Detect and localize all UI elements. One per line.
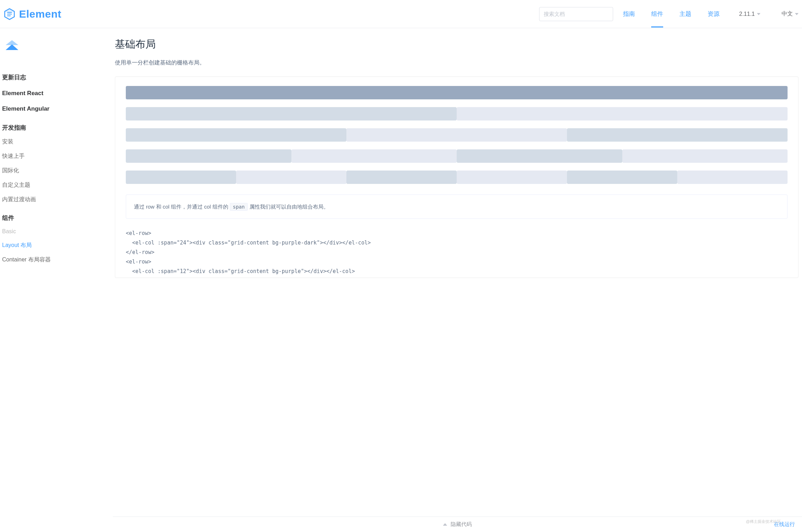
sidebar-item-install[interactable]: 安装 [2, 135, 113, 149]
page-title: 基础布局 [115, 37, 798, 51]
grid-row [126, 128, 788, 142]
logo[interactable]: Element [4, 8, 61, 20]
explain-text-pre: 通过 row 和 col 组件，并通过 col 组件的 [134, 204, 230, 210]
grid-row [126, 149, 788, 163]
demo-explain: 通过 row 和 col 组件，并通过 col 组件的 span 属性我们就可以… [126, 194, 788, 219]
sidebar-item-angular[interactable]: Element Angular [2, 101, 113, 117]
sidebar: 更新日志 Element React Element Angular 开发指南 … [0, 28, 113, 320]
search-input[interactable] [544, 11, 609, 17]
sidebar-item-container[interactable]: Container 布局容器 [2, 253, 113, 267]
chevron-down-icon [757, 13, 760, 15]
main-content: 基础布局 使用单一分栏创建基础的栅格布局。 [113, 28, 802, 320]
sidebar-section-components: 组件 [2, 207, 113, 225]
search-box[interactable] [539, 7, 613, 21]
version-select[interactable]: 2.11.1 [739, 11, 760, 17]
header: Element 指南 组件 主题 资源 2.11.1 中文 [0, 0, 802, 28]
grid-row [126, 171, 788, 184]
chevron-down-icon [795, 13, 798, 15]
grid-col-4 [567, 171, 677, 184]
sidebar-item-layout[interactable]: Layout 布局 [2, 238, 113, 253]
logo-icon [4, 8, 16, 20]
grid-col-6 [291, 149, 457, 163]
grid-col-4 [346, 171, 457, 184]
code-block: <el-row> <el-col :span="24"><div class="… [126, 222, 788, 278]
grid-col-4 [457, 171, 567, 184]
language-label: 中文 [782, 10, 793, 18]
sidebar-item-transitions[interactable]: 内置过渡动画 [2, 192, 113, 207]
grid-col-8 [126, 128, 346, 142]
version-label: 2.11.1 [739, 11, 755, 17]
grid-col-24 [126, 86, 788, 99]
sidebar-item-changelog[interactable]: 更新日志 [2, 69, 113, 86]
sidebar-logo-icon[interactable] [5, 40, 113, 55]
sidebar-group-basic: Basic [2, 225, 113, 238]
sidebar-item-i18n[interactable]: 国际化 [2, 163, 113, 178]
grid-col-4 [677, 171, 788, 184]
explain-text-post: 属性我们就可以自由地组合布局。 [249, 204, 329, 210]
page-description: 使用单一分栏创建基础的栅格布局。 [115, 59, 798, 67]
grid-col-4 [236, 171, 346, 184]
nav-component[interactable]: 组件 [651, 1, 663, 27]
nav-resource[interactable]: 资源 [708, 1, 720, 27]
top-nav: 指南 组件 主题 资源 [623, 1, 720, 27]
sidebar-item-quickstart[interactable]: 快速上手 [2, 149, 113, 163]
nav-guide[interactable]: 指南 [623, 1, 635, 27]
logo-text: Element [19, 8, 61, 20]
grid-row [126, 86, 788, 99]
inline-code-span: span [230, 203, 248, 211]
demo-box: 通过 row 和 col 组件，并通过 col 组件的 span 属性我们就可以… [115, 76, 798, 278]
grid-col-6 [622, 149, 788, 163]
nav-theme[interactable]: 主题 [679, 1, 691, 27]
sidebar-section-dev-guide: 开发指南 [2, 117, 113, 135]
grid-col-4 [126, 171, 236, 184]
grid-col-12 [126, 107, 457, 120]
grid-col-6 [457, 149, 622, 163]
grid-col-8 [567, 128, 788, 142]
language-select[interactable]: 中文 [782, 10, 798, 18]
sidebar-item-custom-theme[interactable]: 自定义主题 [2, 178, 113, 192]
grid-row [126, 107, 788, 120]
grid-col-8 [346, 128, 567, 142]
sidebar-item-react[interactable]: Element React [2, 86, 113, 101]
grid-col-12 [457, 107, 788, 120]
grid-col-6 [126, 149, 291, 163]
